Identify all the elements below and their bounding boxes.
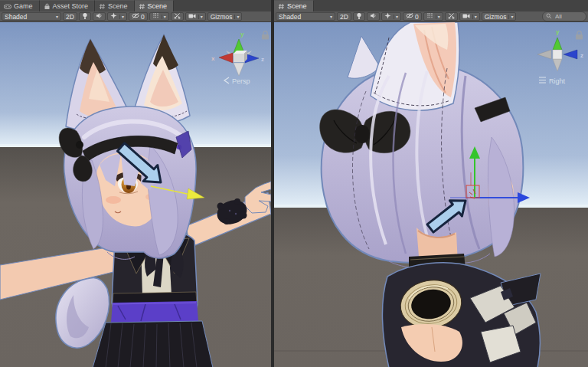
tab-scene-right[interactable]: Scene [274,0,314,11]
right-tabbar: Scene [274,0,588,11]
projection-label: Right [549,77,566,85]
scene-visibility-button[interactable]: 0 [403,12,422,21]
audio-toggle-button[interactable] [93,12,106,21]
scene-icon [278,3,285,10]
2d-label: 2D [340,13,348,21]
toggle-2d-button[interactable]: 2D [63,12,77,21]
svg-text:z: z [261,56,264,63]
component-tools-button[interactable] [445,12,458,21]
tab-label: Game [14,2,33,10]
gizmos-dropdown[interactable]: Gizmos ▾ [207,12,243,21]
hidden-count: 0 [415,13,419,21]
chevron-down-icon: ▾ [330,15,332,19]
gizmos-dropdown[interactable]: Gizmos ▾ [482,12,517,21]
camera-dropdown-button[interactable]: ▾ [185,12,206,21]
grid-icon [152,12,159,21]
component-tools-button[interactable] [171,12,184,21]
eye-hidden-icon [406,12,413,21]
effects-icon [110,12,117,21]
svg-text:y: y [556,28,560,35]
chevron-down-icon: ▾ [472,15,477,19]
tab-game[interactable]: Game [0,0,40,11]
tab-scene-1[interactable]: Scene [95,0,135,11]
tools-icon [448,12,455,21]
svg-text:z: z [580,52,583,59]
camera-icon [462,13,470,21]
tab-label: Scene [108,2,128,10]
lighting-toggle-button[interactable] [79,12,91,21]
effects-dropdown-button[interactable]: ▾ [107,12,127,21]
chevron-down-icon: ▾ [119,15,124,19]
lighting-toggle-button[interactable] [353,12,365,21]
tab-asset-store[interactable]: Asset Store [40,0,96,11]
scene-search-field[interactable] [542,11,586,21]
lightbulb-icon [356,12,362,21]
gizmos-label: Gizmos [485,13,507,21]
speaker-icon [96,12,103,21]
shading-mode-dropdown[interactable]: Shaded ▾ [276,12,335,21]
tab-scene-2-active[interactable]: Scene [135,0,175,11]
scene-viewport-left[interactable]: y x z Persp [0,22,271,367]
unity-editor: Game Asset Store Scene Scene [0,0,588,367]
skirt [93,321,213,367]
grid-icon [426,12,433,21]
chevron-down-icon: ▾ [436,15,440,19]
shading-mode-label: Shaded [279,13,301,21]
scene-icon [139,3,145,10]
camera-icon [188,13,196,21]
shading-mode-dropdown[interactable]: Shaded ▾ [2,12,61,21]
tab-label: Scene [148,2,168,10]
grid-visibility-dropdown[interactable]: ▾ [149,12,169,21]
audio-toggle-button[interactable] [367,12,380,21]
scene-viewport-right[interactable]: y z Right [274,22,588,367]
search-input[interactable] [554,12,583,21]
speaker-icon [370,12,377,21]
tab-label: Asset Store [53,2,89,10]
chevron-down-icon: ▾ [198,15,203,19]
chevron-down-icon: ▾ [394,15,398,19]
search-icon [546,13,552,21]
scene-panel-left: Game Asset Store Scene Scene [0,0,271,367]
chevron-down-icon: ▾ [508,15,513,19]
camera-dropdown-button[interactable]: ▾ [459,12,480,21]
tab-label: Scene [287,2,307,10]
hidden-count: 0 [141,13,145,21]
right-scene-toolbar: Shaded ▾ 2D ▾ 0 ▾ [274,11,588,22]
2d-label: 2D [66,13,74,21]
scene-visibility-button[interactable]: 0 [129,12,148,21]
chevron-down-icon: ▾ [56,15,58,19]
left-scene-toolbar: Shaded ▾ 2D ▾ 0 ▾ [0,11,271,22]
tools-icon [174,12,181,21]
chevron-down-icon: ▾ [234,15,239,19]
toggle-2d-button[interactable]: 2D [337,12,351,21]
svg-text:x: x [211,55,215,62]
effects-dropdown-button[interactable]: ▾ [381,12,401,21]
shading-mode-label: Shaded [5,13,27,21]
eye-hidden-icon [132,12,139,21]
asset-store-icon [44,3,51,10]
effects-icon [384,12,391,21]
left-tabbar: Game Asset Store Scene Scene [0,0,271,11]
projection-label: Persp [232,77,250,85]
grid-visibility-dropdown[interactable]: ▾ [423,12,443,21]
gizmos-label: Gizmos [211,13,233,21]
lightbulb-icon [82,12,88,21]
game-icon [4,3,11,10]
scene-panel-right: Scene Shaded ▾ 2D ▾ 0 [274,0,588,367]
scene-icon [99,3,106,10]
chevron-down-icon: ▾ [162,15,166,19]
svg-text:y: y [240,31,244,38]
